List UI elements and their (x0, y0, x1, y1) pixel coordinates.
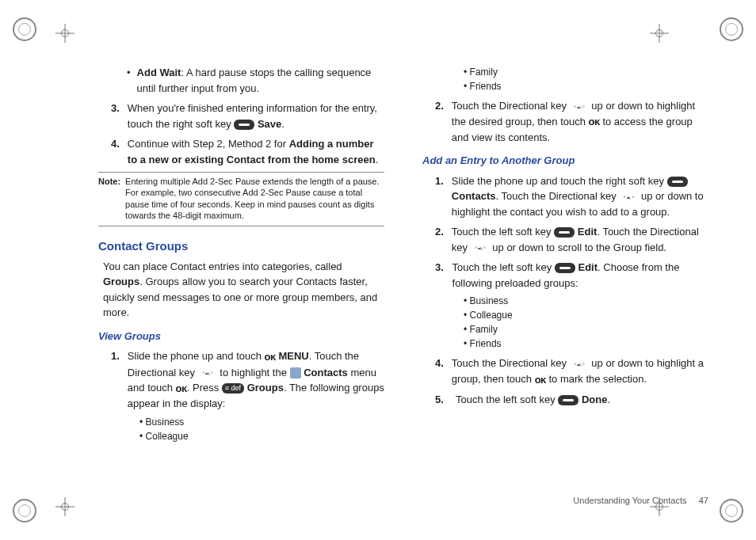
page-number: 47 (699, 496, 708, 505)
divider (98, 172, 384, 173)
ae1-text: Slide the phone up and touch the right s… (452, 175, 667, 187)
step2-text: Touch the Directional key (452, 100, 570, 112)
list-item: Family (464, 322, 708, 337)
ok-icon (176, 381, 187, 397)
step-number: 4. (111, 136, 120, 167)
print-mark-icon (720, 17, 743, 41)
list-item: Friends (464, 79, 708, 93)
note-text: Entering multiple Add 2-Sec Pause extend… (125, 176, 384, 221)
ae2-text: Touch the left soft key (452, 226, 554, 238)
left-column: • Add Wait: A hard pause stops the calli… (95, 63, 384, 492)
contact-groups-para: You can place Contact entries into categ… (103, 259, 384, 321)
print-mark-icon (13, 499, 36, 523)
ae3-text: Touch the left soft key (452, 261, 555, 273)
bullet-add-wait: • Add Wait: A hard pause stops the calli… (127, 65, 384, 96)
step-number: 4. (435, 356, 444, 387)
registration-mark-icon (55, 497, 74, 516)
add-entry-step-2: 2. Touch the left soft key Edit. Touch t… (435, 224, 708, 255)
menu-label: MENU (278, 350, 308, 362)
subheading-add-entry: Add an Entry to Another Group (422, 153, 708, 169)
ae5-text: . (607, 394, 610, 405)
list-item: Family (464, 65, 708, 79)
list-item: Business (139, 415, 384, 429)
def-key-icon: ≡ def (222, 383, 244, 394)
list-item: Colleague (139, 429, 384, 443)
ae4-text: Touch the Directional key (452, 357, 570, 369)
ok-icon (265, 349, 276, 365)
softkey-icon (554, 227, 575, 238)
print-mark-icon (720, 499, 743, 523)
print-mark-icon (13, 17, 36, 41)
subheading-view-groups: View Groups (98, 329, 384, 344)
add-entry-step-4: 4. Touch the Directional key up or down … (435, 356, 708, 387)
list-item: Colleague (464, 308, 708, 322)
ae4-text: to mark the selection. (548, 373, 647, 385)
softkey-icon (558, 395, 578, 405)
step-number: 1. (435, 173, 444, 220)
step-number: 3. (435, 260, 445, 291)
page-footer: Understanding Your Contacts 47 (573, 494, 708, 508)
vg1-text: to highlight the (220, 367, 289, 378)
step-number: 3. (111, 101, 120, 131)
contacts-label: Contacts (452, 190, 496, 202)
add-entry-step-5: 5. Touch the left soft key Done. (435, 392, 708, 408)
ok-icon (589, 114, 600, 130)
note-label: Note: (98, 176, 120, 221)
groups-label: Groups (247, 382, 284, 394)
step-4-text-b: . (376, 154, 379, 165)
step-number: 2. (435, 224, 444, 255)
section-heading-contact-groups: Contact Groups (98, 238, 384, 256)
step-3-text-b: . (281, 118, 284, 130)
add-entry-step-3: 3. Touch the left soft key Edit. Choose … (435, 260, 708, 291)
step-number: 1. (111, 348, 120, 412)
registration-mark-icon (55, 24, 74, 43)
vg1-text: . Press (187, 382, 222, 394)
directional-key-icon (198, 367, 217, 379)
step-4: 4. Continue with Step 2, Method 2 for Ad… (111, 136, 384, 167)
vg1-text: Slide the phone up and touch (128, 350, 265, 362)
ae2-text: up or down to scroll to the Group field. (492, 241, 666, 253)
done-label: Done (582, 394, 608, 405)
step-number: 5. (435, 392, 448, 408)
preloaded-groups-list: Business Colleague Family Friends (464, 294, 708, 351)
step-3: 3. When you're finished entering informa… (111, 101, 384, 131)
softkey-icon (234, 120, 254, 130)
view-groups-step-2: 2. Touch the Directional key up or down … (435, 98, 708, 145)
right-column: Family Friends 2. Touch the Directional … (422, 63, 708, 492)
save-label: Save (258, 118, 281, 130)
groups-word: Groups (103, 276, 139, 287)
divider (98, 226, 384, 226)
softkey-icon (667, 177, 688, 187)
add-entry-step-1: 1. Slide the phone up and touch the righ… (435, 173, 708, 220)
footer-section: Understanding Your Contacts (573, 496, 686, 505)
ae1-text: . Touch the Directional key (495, 190, 619, 202)
list-item: Business (464, 294, 708, 308)
add-wait-label: Add Wait (137, 67, 181, 78)
display-groups-list-cont: Family Friends (464, 65, 708, 93)
ok-icon (535, 372, 546, 388)
registration-mark-icon (650, 24, 669, 43)
ae5-text: Touch the left soft key (456, 394, 558, 405)
step-4-text-a: Continue with Step 2, Method 2 for (128, 138, 289, 150)
display-groups-list: Business Colleague (139, 415, 384, 443)
step-number: 2. (435, 98, 444, 145)
para-text: You can place Contact entries into categ… (103, 260, 342, 272)
edit-label: Edit (578, 226, 598, 238)
list-item: Friends (464, 337, 708, 351)
directional-key-icon (471, 241, 490, 254)
edit-label: Edit (578, 261, 598, 273)
para-text: . Groups allow you to search your Contac… (103, 276, 377, 318)
note-block: Note: Entering multiple Add 2-Sec Pause … (98, 176, 384, 221)
softkey-icon (555, 263, 575, 273)
directional-key-icon (570, 101, 589, 113)
page-content: • Add Wait: A hard pause stops the calli… (95, 63, 708, 492)
view-groups-step-1: 1. Slide the phone up and touch MENU. To… (111, 348, 384, 412)
contacts-label: Contacts (304, 367, 348, 378)
contacts-app-icon (290, 367, 301, 378)
directional-key-icon (619, 191, 638, 203)
directional-key-icon (570, 358, 589, 371)
